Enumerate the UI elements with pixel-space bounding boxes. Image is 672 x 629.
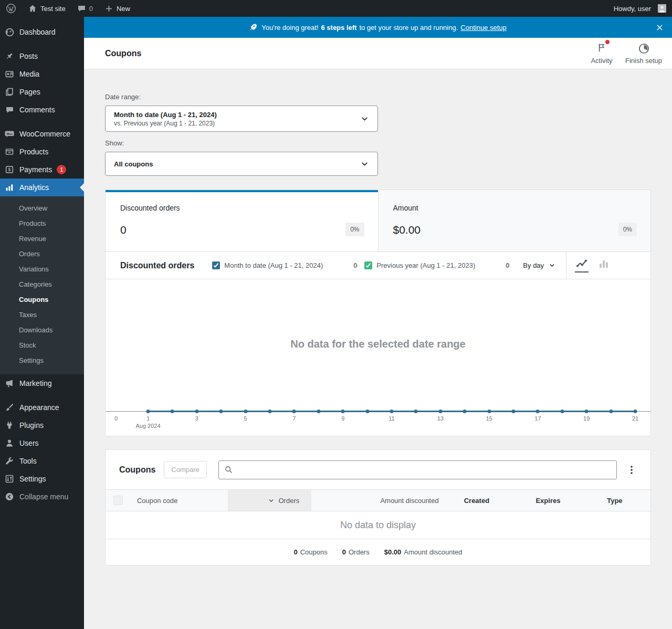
sidebar-subitem-stock[interactable]: Stock	[0, 338, 84, 353]
banner-close-icon[interactable]	[655, 23, 664, 32]
bar-chart-toggle[interactable]	[597, 259, 611, 272]
tile-label: Discounted orders	[120, 204, 363, 212]
finish-setup-button[interactable]: Finish setup	[623, 42, 665, 65]
legend-item-previous[interactable]: Previous year (Aug 1 - 21, 2023) 0	[364, 261, 517, 269]
sidebar-item-collapse-menu[interactable]: Collapse menu	[0, 488, 84, 506]
sidebar-item-woocommerce[interactable]: WooWooCommerce	[0, 125, 84, 143]
data-point	[560, 410, 564, 413]
sidebar-subitem-downloads[interactable]: Downloads	[0, 322, 84, 338]
sidebar-item-analytics[interactable]: Analytics	[0, 179, 84, 196]
sidebar-subitem-overview[interactable]: Overview	[0, 201, 84, 216]
sidebar-subitem-variations[interactable]: Variations	[0, 261, 84, 277]
avatar	[658, 4, 666, 13]
sidebar-item-label: Collapse menu	[19, 492, 68, 501]
data-point	[414, 410, 418, 413]
data-point	[536, 410, 540, 413]
x-axis-tick: 21	[632, 415, 638, 422]
wordpress-menu[interactable]	[0, 0, 22, 17]
new-label: New	[117, 5, 130, 13]
tile-delta-badge: 0%	[618, 223, 637, 236]
date-range-label: Date range:	[105, 93, 651, 101]
checkbox-checked-icon[interactable]	[364, 261, 372, 269]
tile-delta-badge: 0%	[345, 223, 364, 236]
sidebar-subitem-products[interactable]: Products	[0, 216, 84, 231]
chevron-down-icon	[360, 160, 369, 169]
site-name-link[interactable]: Test site	[22, 0, 71, 17]
column-header-coupon-code[interactable]: Coupon code	[131, 490, 228, 511]
products-icon	[4, 146, 15, 157]
column-header-created: Created	[452, 490, 525, 511]
continue-setup-link[interactable]: Continue setup	[460, 24, 506, 32]
sidebar-item-posts[interactable]: Posts	[0, 47, 84, 65]
sidebar-subitem-settings[interactable]: Settings	[0, 353, 84, 368]
table-empty-message: No data to display	[106, 511, 650, 539]
user-icon	[4, 438, 15, 448]
sidebar-item-appearance[interactable]: Appearance	[0, 399, 84, 416]
data-point	[634, 410, 637, 413]
unread-dot	[605, 40, 610, 44]
line-chart-toggle[interactable]	[575, 259, 589, 272]
sidebar-subitem-categories[interactable]: Categories	[0, 277, 84, 292]
brush-icon	[4, 402, 15, 413]
activity-button[interactable]: Activity	[581, 42, 623, 65]
comments-link[interactable]: 0	[71, 0, 99, 17]
media-icon	[4, 69, 15, 79]
x-axis-tick: 17	[534, 415, 541, 422]
sidebar-item-payments[interactable]: $Payments1	[0, 161, 84, 179]
banner-text-2: to get your store up and running.	[359, 24, 458, 32]
collapse-icon	[4, 491, 15, 502]
search-input[interactable]	[237, 466, 611, 474]
setup-progress-banner: You're doing great! 6 steps left to get …	[84, 17, 672, 38]
legend-item-current[interactable]: Month to date (Aug 1 - 21, 2024) 0	[212, 261, 364, 269]
sidebar-item-label: Plugins	[19, 421, 44, 429]
column-header-amount-discounted[interactable]: Amount discounted	[311, 490, 451, 511]
sidebar-item-products[interactable]: Products	[0, 143, 84, 161]
legend-count: 0	[506, 261, 517, 269]
summary-tile-discounted-orders[interactable]: Discounted orders 0 0%	[106, 190, 378, 251]
x-axis-tick: 9	[341, 415, 344, 422]
interval-value: By day	[523, 261, 544, 269]
payments-icon: $	[4, 164, 15, 175]
sidebar-item-tools[interactable]: Tools	[0, 452, 84, 470]
dashboard-icon	[4, 27, 15, 37]
search-box[interactable]	[218, 460, 617, 479]
compare-button[interactable]: Compare	[164, 461, 206, 478]
analytics-submenu: OverviewProductsRevenueOrdersVariationsC…	[0, 196, 84, 374]
account-menu[interactable]: Howdy, user	[608, 0, 672, 17]
sidebar-item-plugins[interactable]: Plugins	[0, 416, 84, 434]
table-title: Coupons	[119, 465, 155, 475]
finish-setup-label: Finish setup	[625, 57, 662, 65]
sidebar-item-label: Posts	[19, 52, 38, 60]
data-point	[438, 410, 442, 413]
coupons-table-card: Coupons Compare Coupon code Orders Amoun…	[105, 449, 651, 565]
sidebar-subitem-orders[interactable]: Orders	[0, 246, 84, 261]
svg-text:Woo: Woo	[6, 132, 12, 135]
sidebar-item-label: Pages	[19, 88, 40, 96]
select-all-checkbox[interactable]	[113, 496, 123, 505]
svg-text:$: $	[8, 167, 11, 172]
sidebar-item-marketing[interactable]: Marketing	[0, 374, 84, 392]
sidebar-item-settings[interactable]: Settings	[0, 470, 84, 488]
sidebar-subitem-coupons[interactable]: Coupons	[0, 292, 84, 307]
sidebar-item-pages[interactable]: Pages	[0, 83, 84, 101]
date-range-select[interactable]: Month to date (Aug 1 - 21, 2024) vs. Pre…	[105, 106, 378, 132]
sidebar-subitem-taxes[interactable]: Taxes	[0, 307, 84, 322]
summary-tile-amount[interactable]: Amount $0.00 0%	[378, 190, 651, 251]
sidebar-item-users[interactable]: Users	[0, 434, 84, 452]
new-content-menu[interactable]: New	[99, 0, 136, 17]
sidebar-item-comments[interactable]: Comments	[0, 101, 84, 119]
sidebar-item-dashboard[interactable]: Dashboard	[0, 23, 84, 41]
sidebar-item-media[interactable]: Media	[0, 65, 84, 83]
show-label: Show:	[105, 139, 651, 147]
tile-value: 0	[120, 224, 363, 236]
interval-select[interactable]: By day	[523, 261, 555, 269]
checkbox-checked-icon[interactable]	[212, 261, 220, 269]
table-menu-icon[interactable]	[626, 465, 637, 475]
progress-clock-icon	[638, 43, 650, 55]
sidebar-item-label: Analytics	[19, 183, 49, 192]
sliders-icon	[4, 474, 15, 484]
show-select[interactable]: All coupons	[105, 152, 378, 176]
column-header-orders[interactable]: Orders	[228, 490, 312, 511]
sidebar-subitem-revenue[interactable]: Revenue	[0, 231, 84, 246]
data-point	[463, 410, 467, 413]
